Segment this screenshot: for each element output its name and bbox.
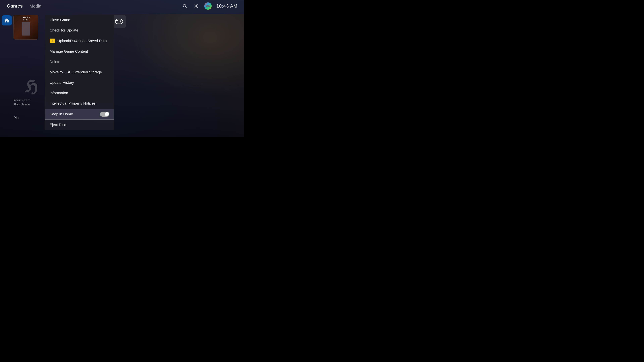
sidebar-item-home[interactable] [2,15,12,25]
game-info: ℌ In his quest fo Allant channe [14,77,47,107]
context-menu: Close Game Check for Update + Upload/Dow… [45,15,114,130]
clock: 10:43 AM [216,3,238,9]
game-library-button[interactable] [112,15,126,28]
game-thumbnail-title: Demon'sSouls [15,16,37,21]
svg-point-7 [122,21,122,21]
svg-rect-11 [119,20,119,22]
svg-rect-5 [116,19,117,21]
settings-icon[interactable] [193,3,200,9]
menu-item-upload-download[interactable]: + Upload/Download Saved Data [45,35,114,46]
play-button-area: Pla [14,116,19,120]
menu-item-ip-notices[interactable]: Intellectual Property Notices [45,98,114,109]
play-button[interactable]: Pla [14,116,19,120]
game-thumbnail[interactable]: Demon'sSouls [14,15,38,39]
menu-item-manage-content[interactable]: Manage Game Content [45,46,114,57]
header-right: 🎮 10:43 AM [182,2,238,10]
nav-media[interactable]: Media [30,3,42,9]
nav-games[interactable]: Games [7,3,23,9]
ps-plus-icon: + [50,38,55,43]
menu-item-close-game[interactable]: Close Game [45,15,114,25]
svg-point-6 [120,20,121,21]
header: Games Media 🎮 10:43 AM [0,0,244,12]
svg-line-1 [186,7,187,8]
sidebar [0,12,14,137]
game-logo-text: ℌ [25,77,36,96]
menu-item-information[interactable]: Information [45,88,114,98]
menu-item-delete[interactable]: Delete [45,57,114,67]
profile-avatar[interactable]: 🎮 [204,2,212,10]
svg-point-9 [120,21,121,22]
menu-item-update-history[interactable]: Update History [45,77,114,88]
toggle-knob [105,112,109,116]
game-description: In his quest fo Allant channe [14,98,47,107]
main-nav: Games Media [7,3,182,9]
menu-item-check-update[interactable]: Check for Update [45,25,114,35]
game-thumbnail-figure [22,22,30,35]
svg-point-2 [196,5,197,7]
game-logo: ℌ [14,77,47,97]
game-thumbnail-area: Demon'sSouls [14,15,38,39]
game-description-line1: In his quest fo [14,99,30,102]
search-icon[interactable] [182,3,188,9]
menu-item-keep-home[interactable]: Keep in Home [45,109,114,120]
game-description-line2: Allant channe [14,103,30,106]
menu-item-eject-disc[interactable]: Eject Disc [45,120,114,130]
keep-home-toggle[interactable] [100,112,109,117]
menu-item-move-usb[interactable]: Move to USB Extended Storage [45,67,114,77]
